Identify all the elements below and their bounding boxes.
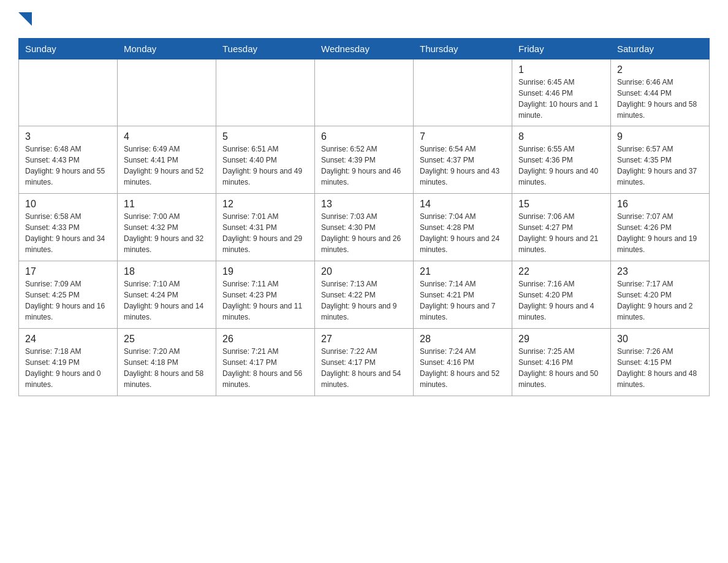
day-number: 27 xyxy=(321,334,407,345)
day-number: 15 xyxy=(518,199,604,210)
day-number: 26 xyxy=(222,334,308,345)
svg-marker-0 xyxy=(18,12,32,26)
calendar-cell: 8Sunrise: 6:55 AM Sunset: 4:36 PM Daylig… xyxy=(512,126,611,194)
day-number: 9 xyxy=(617,131,703,142)
day-info: Sunrise: 7:17 AM Sunset: 4:20 PM Dayligh… xyxy=(617,278,703,323)
day-number: 16 xyxy=(617,199,703,210)
day-info: Sunrise: 6:54 AM Sunset: 4:37 PM Dayligh… xyxy=(420,144,506,188)
day-info: Sunrise: 7:03 AM Sunset: 4:30 PM Dayligh… xyxy=(321,211,407,255)
day-info: Sunrise: 6:55 AM Sunset: 4:36 PM Dayligh… xyxy=(518,144,604,188)
day-info: Sunrise: 7:14 AM Sunset: 4:21 PM Dayligh… xyxy=(420,278,506,323)
day-info: Sunrise: 6:46 AM Sunset: 4:44 PM Dayligh… xyxy=(617,77,703,121)
weekday-header-thursday: Thursday xyxy=(414,39,512,59)
calendar-cell: 23Sunrise: 7:17 AM Sunset: 4:20 PM Dayli… xyxy=(611,261,710,329)
day-info: Sunrise: 6:52 AM Sunset: 4:39 PM Dayligh… xyxy=(321,144,407,188)
day-number: 17 xyxy=(25,266,111,277)
calendar-cell: 25Sunrise: 7:20 AM Sunset: 4:18 PM Dayli… xyxy=(118,329,216,396)
calendar-cell: 12Sunrise: 7:01 AM Sunset: 4:31 PM Dayli… xyxy=(216,194,315,261)
day-info: Sunrise: 6:57 AM Sunset: 4:35 PM Dayligh… xyxy=(617,144,703,188)
calendar-cell: 30Sunrise: 7:26 AM Sunset: 4:15 PM Dayli… xyxy=(611,329,710,396)
weekday-header-monday: Monday xyxy=(118,39,216,59)
day-number: 11 xyxy=(124,199,210,210)
calendar-cell: 16Sunrise: 7:07 AM Sunset: 4:26 PM Dayli… xyxy=(611,194,710,261)
day-number: 19 xyxy=(222,266,308,277)
calendar-week-row: 17Sunrise: 7:09 AM Sunset: 4:25 PM Dayli… xyxy=(19,261,710,329)
weekday-header-sunday: Sunday xyxy=(19,39,118,59)
logo xyxy=(18,12,32,26)
day-number: 2 xyxy=(617,64,703,75)
calendar-cell: 20Sunrise: 7:13 AM Sunset: 4:22 PM Dayli… xyxy=(315,261,414,329)
calendar-cell xyxy=(414,59,512,126)
day-info: Sunrise: 7:10 AM Sunset: 4:24 PM Dayligh… xyxy=(124,278,210,323)
day-number: 8 xyxy=(518,131,604,142)
day-info: Sunrise: 7:24 AM Sunset: 4:16 PM Dayligh… xyxy=(420,346,506,390)
day-info: Sunrise: 7:16 AM Sunset: 4:20 PM Dayligh… xyxy=(518,278,604,323)
calendar-cell: 7Sunrise: 6:54 AM Sunset: 4:37 PM Daylig… xyxy=(414,126,512,194)
day-info: Sunrise: 6:45 AM Sunset: 4:46 PM Dayligh… xyxy=(518,77,604,121)
day-number: 1 xyxy=(518,64,604,75)
day-info: Sunrise: 7:20 AM Sunset: 4:18 PM Dayligh… xyxy=(124,346,210,390)
calendar-cell: 18Sunrise: 7:10 AM Sunset: 4:24 PM Dayli… xyxy=(118,261,216,329)
calendar-cell: 2Sunrise: 6:46 AM Sunset: 4:44 PM Daylig… xyxy=(611,59,710,126)
calendar-cell xyxy=(216,59,315,126)
day-info: Sunrise: 7:04 AM Sunset: 4:28 PM Dayligh… xyxy=(420,211,506,255)
weekday-header-row: SundayMondayTuesdayWednesdayThursdayFrid… xyxy=(19,39,710,59)
calendar-cell: 5Sunrise: 6:51 AM Sunset: 4:40 PM Daylig… xyxy=(216,126,315,194)
day-info: Sunrise: 7:00 AM Sunset: 4:32 PM Dayligh… xyxy=(124,211,210,255)
calendar-week-row: 24Sunrise: 7:18 AM Sunset: 4:19 PM Dayli… xyxy=(19,329,710,396)
calendar-cell: 10Sunrise: 6:58 AM Sunset: 4:33 PM Dayli… xyxy=(19,194,118,261)
day-info: Sunrise: 7:13 AM Sunset: 4:22 PM Dayligh… xyxy=(321,278,407,323)
header xyxy=(18,12,710,26)
day-number: 5 xyxy=(222,131,308,142)
day-number: 4 xyxy=(124,131,210,142)
calendar-cell: 26Sunrise: 7:21 AM Sunset: 4:17 PM Dayli… xyxy=(216,329,315,396)
calendar-cell: 4Sunrise: 6:49 AM Sunset: 4:41 PM Daylig… xyxy=(118,126,216,194)
calendar-cell: 22Sunrise: 7:16 AM Sunset: 4:20 PM Dayli… xyxy=(512,261,611,329)
day-info: Sunrise: 6:49 AM Sunset: 4:41 PM Dayligh… xyxy=(124,144,210,188)
calendar-cell: 3Sunrise: 6:48 AM Sunset: 4:43 PM Daylig… xyxy=(19,126,118,194)
day-number: 7 xyxy=(420,131,506,142)
logo-arrow-icon xyxy=(18,12,32,26)
day-info: Sunrise: 7:01 AM Sunset: 4:31 PM Dayligh… xyxy=(222,211,308,255)
calendar-cell: 19Sunrise: 7:11 AM Sunset: 4:23 PM Dayli… xyxy=(216,261,315,329)
day-number: 6 xyxy=(321,131,407,142)
calendar-cell: 17Sunrise: 7:09 AM Sunset: 4:25 PM Dayli… xyxy=(19,261,118,329)
calendar-cell xyxy=(19,59,118,126)
day-number: 13 xyxy=(321,199,407,210)
day-number: 14 xyxy=(420,199,506,210)
calendar-cell: 29Sunrise: 7:25 AM Sunset: 4:16 PM Dayli… xyxy=(512,329,611,396)
calendar-cell: 15Sunrise: 7:06 AM Sunset: 4:27 PM Dayli… xyxy=(512,194,611,261)
weekday-header-wednesday: Wednesday xyxy=(315,39,414,59)
day-info: Sunrise: 6:58 AM Sunset: 4:33 PM Dayligh… xyxy=(25,211,111,255)
calendar-cell: 21Sunrise: 7:14 AM Sunset: 4:21 PM Dayli… xyxy=(414,261,512,329)
day-info: Sunrise: 7:22 AM Sunset: 4:17 PM Dayligh… xyxy=(321,346,407,390)
calendar-cell: 28Sunrise: 7:24 AM Sunset: 4:16 PM Dayli… xyxy=(414,329,512,396)
weekday-header-tuesday: Tuesday xyxy=(216,39,315,59)
day-info: Sunrise: 6:48 AM Sunset: 4:43 PM Dayligh… xyxy=(25,144,111,188)
calendar-cell: 6Sunrise: 6:52 AM Sunset: 4:39 PM Daylig… xyxy=(315,126,414,194)
calendar-cell: 11Sunrise: 7:00 AM Sunset: 4:32 PM Dayli… xyxy=(118,194,216,261)
day-number: 21 xyxy=(420,266,506,277)
calendar-cell: 14Sunrise: 7:04 AM Sunset: 4:28 PM Dayli… xyxy=(414,194,512,261)
day-info: Sunrise: 7:09 AM Sunset: 4:25 PM Dayligh… xyxy=(25,278,111,323)
calendar-cell: 1Sunrise: 6:45 AM Sunset: 4:46 PM Daylig… xyxy=(512,59,611,126)
day-info: Sunrise: 7:07 AM Sunset: 4:26 PM Dayligh… xyxy=(617,211,703,255)
day-info: Sunrise: 7:11 AM Sunset: 4:23 PM Dayligh… xyxy=(222,278,308,323)
calendar-cell: 27Sunrise: 7:22 AM Sunset: 4:17 PM Dayli… xyxy=(315,329,414,396)
day-info: Sunrise: 6:51 AM Sunset: 4:40 PM Dayligh… xyxy=(222,144,308,188)
calendar-cell: 13Sunrise: 7:03 AM Sunset: 4:30 PM Dayli… xyxy=(315,194,414,261)
day-number: 23 xyxy=(617,266,703,277)
calendar-table: SundayMondayTuesdayWednesdayThursdayFrid… xyxy=(18,38,710,396)
day-number: 20 xyxy=(321,266,407,277)
calendar-week-row: 10Sunrise: 6:58 AM Sunset: 4:33 PM Dayli… xyxy=(19,194,710,261)
day-info: Sunrise: 7:06 AM Sunset: 4:27 PM Dayligh… xyxy=(518,211,604,255)
calendar-cell: 9Sunrise: 6:57 AM Sunset: 4:35 PM Daylig… xyxy=(611,126,710,194)
weekday-header-friday: Friday xyxy=(512,39,611,59)
day-number: 22 xyxy=(518,266,604,277)
day-number: 12 xyxy=(222,199,308,210)
day-number: 10 xyxy=(25,199,111,210)
calendar-week-row: 3Sunrise: 6:48 AM Sunset: 4:43 PM Daylig… xyxy=(19,126,710,194)
calendar-cell xyxy=(315,59,414,126)
calendar-week-row: 1Sunrise: 6:45 AM Sunset: 4:46 PM Daylig… xyxy=(19,59,710,126)
day-number: 24 xyxy=(25,334,111,345)
